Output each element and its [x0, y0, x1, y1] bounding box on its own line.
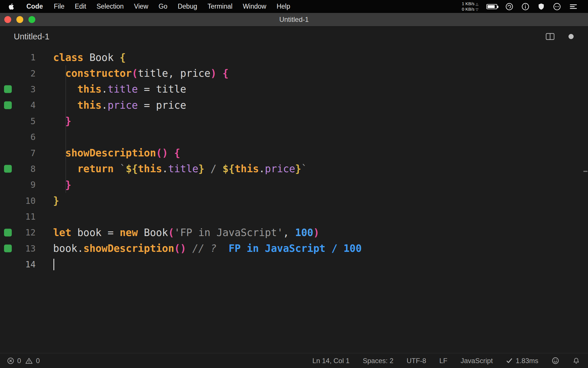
menu-item-debug[interactable]: Debug — [173, 0, 202, 13]
line-number-14[interactable]: 14 — [0, 259, 36, 269]
menu-item-code[interactable]: Code — [21, 0, 49, 13]
menu-item-go[interactable]: Go — [153, 0, 173, 13]
text-cursor — [53, 259, 54, 270]
code-line-7[interactable]: 7 showDescription() { — [0, 145, 582, 161]
list-icon[interactable] — [569, 3, 578, 11]
apple-icon — [8, 3, 14, 10]
code-line-8[interactable]: 8 return `${this.title} / ${this.price}` — [0, 161, 582, 177]
statusbar: 0 0 Ln 14, Col 1 Spaces: 2 UTF-8 LF Java… — [0, 353, 588, 368]
menu-item-file[interactable]: File — [49, 0, 70, 13]
cursor-position[interactable]: Ln 14, Col 1 — [312, 357, 349, 365]
menu-items: CodeFileEditSelectionViewGoDebugTerminal… — [21, 0, 295, 13]
line-number-1[interactable]: 1 — [0, 52, 36, 62]
line-number-11[interactable]: 11 — [0, 212, 36, 222]
problems-warnings[interactable]: 0 — [25, 357, 40, 365]
code-text-line-2[interactable]: constructor(title, price) { — [53, 65, 229, 81]
info-icon[interactable] — [521, 3, 529, 11]
unsaved-indicator-dot[interactable] — [568, 34, 574, 39]
menu-item-terminal[interactable]: Terminal — [202, 0, 238, 13]
menu-item-help[interactable]: Help — [271, 0, 295, 13]
error-count: 0 — [17, 357, 21, 365]
traffic-lights — [0, 16, 35, 23]
editor-header: Untitled-1 — [0, 26, 588, 47]
minimize-button[interactable] — [16, 16, 23, 23]
warning-count: 0 — [36, 357, 40, 365]
code-text-line-3[interactable]: this.title = title — [53, 81, 186, 97]
line-number-2[interactable]: 2 — [0, 68, 36, 78]
more-icon[interactable] — [553, 3, 561, 11]
code-line-5[interactable]: 5 } — [0, 113, 582, 129]
feedback-smiley[interactable] — [552, 357, 559, 365]
upload-arrow-icon: △ — [476, 2, 478, 6]
notifications-bell[interactable] — [572, 357, 580, 365]
error-icon — [7, 357, 14, 365]
split-editor-icon[interactable] — [546, 32, 555, 41]
network-upload-label: 1 KB/s — [462, 1, 474, 6]
quokka-coverage-marker — [4, 245, 12, 252]
quokka-coverage-marker — [4, 85, 12, 93]
code-text-line-5[interactable]: } — [53, 113, 71, 129]
code-line-2[interactable]: 2 constructor(title, price) { — [0, 65, 582, 81]
line-number-10[interactable]: 10 — [0, 196, 36, 206]
scrollbar-overview-mark[interactable] — [583, 171, 587, 172]
code-text-line-7[interactable]: showDescription() { — [53, 145, 180, 161]
swirl-icon[interactable] — [505, 3, 513, 11]
code-lines: 1class Book {2 constructor(title, price)… — [0, 49, 582, 272]
code-line-4[interactable]: 4 this.price = price — [0, 97, 582, 113]
macos-menubar: CodeFileEditSelectionViewGoDebugTerminal… — [0, 0, 588, 13]
menubar-status-icons: 1 KB/s △ 0 KB/s ▽ — [462, 1, 588, 12]
battery-level — [488, 5, 495, 8]
line-number-6[interactable]: 6 — [0, 132, 36, 142]
code-text-line-8[interactable]: return `${this.title} / ${this.price}` — [53, 161, 307, 177]
quokka-status[interactable]: 1.83ms — [506, 357, 538, 365]
menu-item-selection[interactable]: Selection — [91, 0, 129, 13]
bell-icon — [572, 357, 580, 365]
code-line-12[interactable]: 12let book = new Book('FP in JavaScript'… — [0, 225, 582, 240]
encoding-setting[interactable]: UTF-8 — [407, 357, 426, 365]
battery-icon[interactable] — [486, 4, 497, 9]
code-text-line-14[interactable] — [53, 256, 54, 272]
language-mode[interactable]: JavaScript — [461, 357, 493, 365]
smiley-icon — [552, 357, 559, 365]
download-arrow-icon: ▽ — [476, 7, 478, 12]
code-text-line-12[interactable]: let book = new Book('FP in JavaScript', … — [53, 225, 319, 240]
close-button[interactable] — [4, 16, 11, 23]
code-text-line-13[interactable]: book.showDescription() // ? FP in JavaSc… — [53, 241, 362, 256]
code-text-line-4[interactable]: this.price = price — [53, 97, 186, 113]
code-line-14[interactable]: 14 — [0, 256, 582, 272]
code-text-line-10[interactable]: } — [53, 193, 59, 209]
code-editor[interactable]: 1class Book {2 constructor(title, price)… — [0, 49, 582, 272]
indent-setting[interactable]: Spaces: 2 — [363, 357, 394, 365]
code-line-1[interactable]: 1class Book { — [0, 49, 582, 65]
eol-setting[interactable]: LF — [439, 357, 447, 365]
menu-item-edit[interactable]: Edit — [70, 0, 92, 13]
network-download-label: 0 KB/s — [462, 7, 474, 12]
warning-icon — [25, 357, 33, 365]
code-text-line-1[interactable]: class Book { — [53, 49, 126, 65]
network-speed-indicator[interactable]: 1 KB/s △ 0 KB/s ▽ — [462, 1, 478, 12]
code-line-6[interactable]: 6 — [0, 129, 582, 145]
menu-item-view[interactable]: View — [129, 0, 153, 13]
problems-errors[interactable]: 0 — [7, 357, 21, 365]
code-line-9[interactable]: 9 } — [0, 177, 582, 193]
zoom-button[interactable] — [28, 16, 35, 23]
line-number-5[interactable]: 5 — [0, 116, 36, 126]
menu-item-window[interactable]: Window — [238, 0, 272, 13]
window-title: Untitled-1 — [0, 16, 588, 24]
quokka-coverage-marker — [4, 101, 12, 109]
code-line-13[interactable]: 13book.showDescription() // ? FP in Java… — [0, 241, 582, 256]
menubar-left: CodeFileEditSelectionViewGoDebugTerminal… — [0, 0, 295, 13]
quokka-time: 1.83ms — [516, 357, 538, 365]
shield-icon[interactable] — [537, 3, 545, 11]
check-icon — [506, 357, 513, 364]
code-line-3[interactable]: 3 this.title = title — [0, 81, 582, 97]
apple-menu[interactable] — [0, 3, 21, 10]
line-number-7[interactable]: 7 — [0, 148, 36, 158]
line-number-9[interactable]: 9 — [0, 180, 36, 190]
code-text-line-9[interactable]: } — [53, 177, 71, 193]
quokka-coverage-marker — [4, 165, 12, 173]
code-line-10[interactable]: 10} — [0, 193, 582, 209]
window-titlebar[interactable]: Untitled-1 — [0, 13, 588, 26]
code-line-11[interactable]: 11 — [0, 209, 582, 225]
battery-nub — [497, 6, 498, 8]
